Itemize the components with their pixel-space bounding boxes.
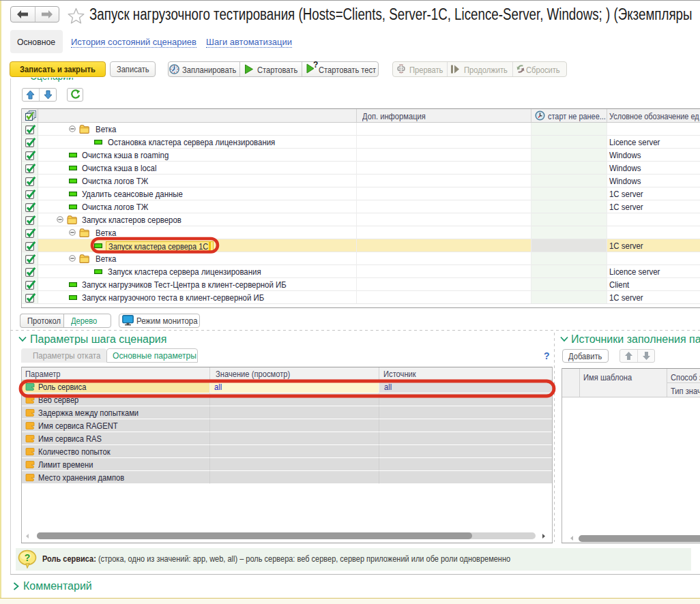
svg-text:?: ? [25, 552, 31, 563]
